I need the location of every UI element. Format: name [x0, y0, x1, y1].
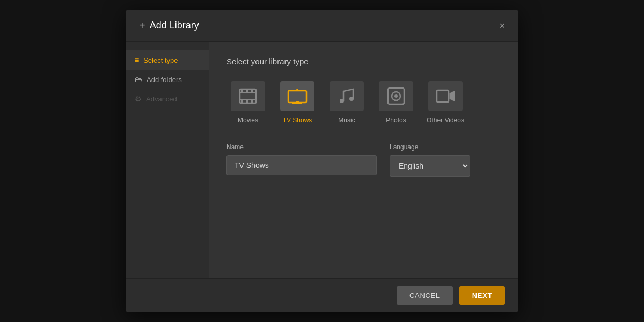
sidebar-select-type-label: Select type [143, 56, 178, 64]
tvshows-label: TV Shows [283, 116, 312, 124]
folder-icon: 🗁 [135, 75, 142, 84]
music-icon-box [330, 81, 364, 111]
photos-icon-box [379, 81, 413, 111]
other-videos-icon-box [428, 81, 463, 111]
svg-rect-2 [240, 99, 256, 100]
cancel-button[interactable]: CANCEL [397, 286, 453, 305]
sidebar-advanced-label: Advanced [146, 95, 177, 103]
svg-point-13 [340, 99, 344, 103]
language-select[interactable]: English French German Spanish Italian Ja… [390, 155, 470, 177]
library-types: Movies TV Shows [226, 81, 501, 124]
svg-rect-10 [292, 103, 302, 104]
sidebar-item-advanced: ⚙ Advanced [126, 89, 209, 108]
name-label: Name [226, 143, 377, 151]
dialog-header: + Add Library × [126, 10, 518, 42]
svg-rect-5 [251, 89, 253, 92]
photos-icon [387, 87, 405, 105]
sidebar-item-add-folders[interactable]: 🗁 Add folders [126, 70, 209, 89]
svg-marker-12 [296, 89, 299, 91]
movies-label: Movies [238, 116, 258, 124]
svg-rect-7 [246, 100, 248, 103]
dialog-title: + Add Library [139, 19, 199, 32]
language-label: Language [390, 143, 470, 151]
language-form-group: Language English French German Spanish I… [390, 143, 470, 177]
svg-rect-3 [241, 89, 243, 92]
form-row: Name Language English French German Span… [226, 143, 501, 177]
sidebar-item-select-type[interactable]: ≡ Select type [126, 50, 209, 70]
library-type-tvshows[interactable]: TV Shows [276, 81, 319, 124]
music-label: Music [338, 116, 355, 124]
dialog-footer: CANCEL NEXT [126, 278, 518, 312]
next-button[interactable]: NEXT [459, 286, 505, 305]
movies-icon-box [231, 81, 265, 111]
movies-icon [239, 88, 257, 104]
photos-label: Photos [386, 116, 406, 124]
library-type-other-videos[interactable]: Other Videos [424, 81, 467, 124]
svg-rect-9 [288, 91, 306, 103]
svg-rect-18 [437, 90, 449, 102]
svg-marker-19 [450, 91, 455, 101]
main-content: Select your library type [209, 42, 518, 278]
name-input[interactable] [226, 155, 377, 175]
other-videos-icon [436, 88, 455, 104]
library-type-music[interactable]: Music [325, 81, 368, 124]
dialog-title-text: Add Library [150, 20, 199, 31]
svg-rect-8 [251, 100, 253, 103]
other-videos-label: Other Videos [427, 116, 464, 124]
dialog: + Add Library × ≡ Select type 🗁 Add fold… [126, 10, 518, 312]
library-type-movies[interactable]: Movies [226, 81, 269, 124]
dialog-body: ≡ Select type 🗁 Add folders ⚙ Advanced S… [126, 42, 518, 278]
music-icon [338, 87, 355, 105]
section-title: Select your library type [226, 57, 501, 66]
gear-icon: ⚙ [135, 94, 142, 103]
svg-rect-11 [296, 101, 299, 103]
svg-rect-4 [246, 89, 248, 92]
library-type-photos[interactable]: Photos [375, 81, 418, 124]
tvshows-icon-box [280, 81, 314, 111]
svg-rect-6 [241, 100, 243, 103]
tvshows-icon [287, 87, 308, 105]
sidebar: ≡ Select type 🗁 Add folders ⚙ Advanced [126, 42, 209, 278]
plus-icon: + [139, 19, 145, 32]
svg-rect-1 [240, 92, 256, 93]
svg-point-17 [394, 94, 398, 98]
name-form-group: Name [226, 143, 377, 175]
sidebar-add-folders-label: Add folders [147, 76, 182, 84]
overlay: + Add Library × ≡ Select type 🗁 Add fold… [0, 0, 644, 322]
close-button[interactable]: × [499, 21, 505, 31]
list-icon: ≡ [135, 56, 139, 64]
svg-point-14 [349, 97, 354, 101]
